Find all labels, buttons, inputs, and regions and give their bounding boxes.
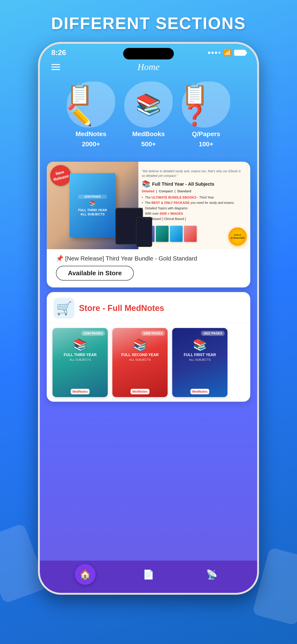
share-icon: 📡 xyxy=(206,569,218,580)
banner-right: "We believe in detailed study and, exams… xyxy=(138,162,250,249)
mednotes-icon: 📋✏️ xyxy=(67,84,115,125)
banner-image: NewRelease 1244 PAGES 📚 FULL THIRD YEARA… xyxy=(47,162,250,249)
category-mednotes[interactable]: 📋✏️ MedNotes 2000+ xyxy=(67,82,115,148)
book-badge-1: MedNotes xyxy=(71,389,90,394)
banner-title: 📚 Full Third Year - All Subjects xyxy=(142,180,244,188)
small-book-2 xyxy=(156,226,168,242)
phone-frame: 8:26 📶 Home xyxy=(38,42,259,595)
store-cart-icon: 🛒 xyxy=(56,301,72,316)
mednotes-count: 2000+ xyxy=(82,140,100,148)
book-stack: 1244 PAGES 📚 FULL THIRD YEARALL SUBJECTS xyxy=(70,173,116,238)
signal-dot-1 xyxy=(208,52,210,54)
pin-icon: 📌 xyxy=(56,255,63,262)
book-pages-1: 1244 PAGES xyxy=(81,331,105,336)
book-icon-3: 📚 xyxy=(193,338,207,352)
store-title: Store - Full MedNotes xyxy=(79,303,164,313)
book-title-1: FULL THIRD YEAR xyxy=(64,353,97,357)
store-section: 🛒 Store - Full MedNotes 1244 PAGES 📚 FUL… xyxy=(47,292,250,402)
medbooks-icon: 📚 xyxy=(136,94,162,115)
category-qpapers[interactable]: 📋❓ Q/Papers 100+ xyxy=(182,82,230,148)
signal-dot-4 xyxy=(218,52,220,54)
category-medbooks[interactable]: 📚 MedBooks 500+ xyxy=(124,82,173,148)
status-bar: 8:26 📶 xyxy=(40,44,257,59)
banner-bottom: 📌 [New Release] Third Year Bundle - Gold… xyxy=(47,249,250,288)
book-icon-2: 📚 xyxy=(133,338,147,352)
store-icon-bg: 🛒 xyxy=(54,298,74,318)
banner-tags: Detailed | Compact | Standard xyxy=(142,189,244,193)
tag-detailed: Detailed xyxy=(142,189,154,193)
book-title-3: FULL FIRST YEAR xyxy=(184,353,216,357)
book-subtitle-2: ALL SUBJECTS xyxy=(129,358,151,362)
wifi-icon: 📶 xyxy=(223,49,232,56)
tag-compact: Compact xyxy=(159,189,173,193)
qpapers-count: 100+ xyxy=(199,140,213,148)
book-subtitle-1: ALL SUBJECTS xyxy=(69,358,91,362)
small-book-3 xyxy=(170,226,182,242)
book-icon-1: 📚 xyxy=(73,338,87,352)
hamburger-line-2 xyxy=(51,66,60,68)
qpapers-icon: 📋❓ xyxy=(182,84,230,125)
store-header: 🛒 Store - Full MedNotes xyxy=(47,292,250,324)
available-in-store-button[interactable]: Available in Store xyxy=(56,266,134,280)
medbooks-count: 500+ xyxy=(141,140,156,148)
mednotes-label: MedNotes xyxy=(76,130,106,138)
banner-title-text: Full Third Year - All Subjects xyxy=(152,181,214,187)
qpapers-label: Q/Papers xyxy=(192,130,220,138)
gold-badge-text: GOLDSTANDARD xyxy=(231,234,245,240)
tag-standard: Standard xyxy=(177,189,191,193)
bullet-3: Detailed Topics with diagrams xyxy=(142,206,244,210)
status-time: 8:26 xyxy=(51,48,66,57)
signal-dot-2 xyxy=(211,52,214,54)
signal-dots xyxy=(208,52,220,54)
nav-title: Home xyxy=(138,62,160,72)
top-nav: Home xyxy=(40,59,257,77)
signal-dot-3 xyxy=(215,52,217,54)
qpapers-icon-bg: 📋❓ xyxy=(182,82,230,128)
bullet-5: MCI Based [ Clinical Based ] xyxy=(142,217,244,221)
store-book-second-year[interactable]: 1490 PAGES 📚 FULL SECOND YEAR ALL SUBJEC… xyxy=(112,328,168,397)
phone-overlay xyxy=(136,217,152,247)
medbooks-icon-bg: 📚 xyxy=(124,82,173,128)
book-badge-2: MedNotes xyxy=(130,389,150,394)
nav-home-button[interactable]: 🏠 xyxy=(75,564,96,585)
store-book-inner-1: 1244 PAGES 📚 FULL THIRD YEAR ALL SUBJECT… xyxy=(52,328,108,397)
store-book-first-year[interactable]: 1822 PAGES 📚 FULL FIRST YEAR ALL SUBJECT… xyxy=(172,328,228,397)
tag-separator-2: | xyxy=(174,189,176,193)
store-book-third-year[interactable]: 1244 PAGES 📚 FULL THIRD YEAR ALL SUBJECT… xyxy=(52,328,108,397)
dynamic-island xyxy=(123,48,174,60)
bullet-4: With over 2000 + IMAGES xyxy=(142,212,244,216)
battery-icon xyxy=(234,50,246,56)
nav-documents-button[interactable]: 📄 xyxy=(138,564,159,585)
phone-screen: 8:26 📶 Home xyxy=(40,44,257,593)
new-release-text: NewRelease xyxy=(52,168,70,182)
book-badge-3: MedNotes xyxy=(190,389,210,394)
book-title-2: FULL SECOND YEAR xyxy=(121,353,159,357)
hamburger-line-3 xyxy=(51,69,60,70)
banner-book-icon: 📚 xyxy=(142,180,150,188)
banner-quote: "We believe in detailed study and, exams… xyxy=(142,169,244,178)
release-text: [New Release] Third Year Bundle - Gold S… xyxy=(65,255,197,262)
bottom-nav: 🏠 📄 📡 xyxy=(40,560,257,593)
store-book-inner-3: 1822 PAGES 📚 FULL FIRST YEAR ALL SUBJECT… xyxy=(172,328,228,397)
banner-release-label: 📌 [New Release] Third Year Bundle - Gold… xyxy=(56,255,241,262)
book-pages-3: 1822 PAGES xyxy=(201,331,225,336)
book-subtitle-3: ALL SUBJECTS xyxy=(189,358,211,362)
nav-share-button[interactable]: 📡 xyxy=(202,564,222,585)
small-book-4 xyxy=(184,226,196,242)
gold-badge: GOLDSTANDARD xyxy=(228,227,247,246)
mednotes-icon-bg: 📋✏️ xyxy=(67,82,115,128)
banner-card: NewRelease 1244 PAGES 📚 FULL THIRD YEARA… xyxy=(47,162,250,288)
store-book-inner-2: 1490 PAGES 📚 FULL SECOND YEAR ALL SUBJEC… xyxy=(112,328,168,397)
bullet-2: The BEST & ONLY PACKAGE you need for stu… xyxy=(142,200,244,205)
hamburger-button[interactable] xyxy=(51,64,60,70)
banner-left: NewRelease 1244 PAGES 📚 FULL THIRD YEARA… xyxy=(47,162,138,249)
categories-section: 📋✏️ MedNotes 2000+ 📚 MedBooks 500+ 📋❓ Q/… xyxy=(40,77,257,157)
page-title: DIFFERENT SECTIONS xyxy=(51,14,246,33)
medbooks-label: MedBooks xyxy=(132,130,165,138)
bullet-1: The ULTIMATE BUNDLE EBOOKS - Third Year xyxy=(142,195,244,200)
status-icons: 📶 xyxy=(208,49,246,56)
hamburger-line-1 xyxy=(51,64,60,65)
home-icon: 🏠 xyxy=(80,569,91,580)
documents-icon: 📄 xyxy=(143,569,154,580)
book-pages-2: 1490 PAGES xyxy=(141,331,165,336)
